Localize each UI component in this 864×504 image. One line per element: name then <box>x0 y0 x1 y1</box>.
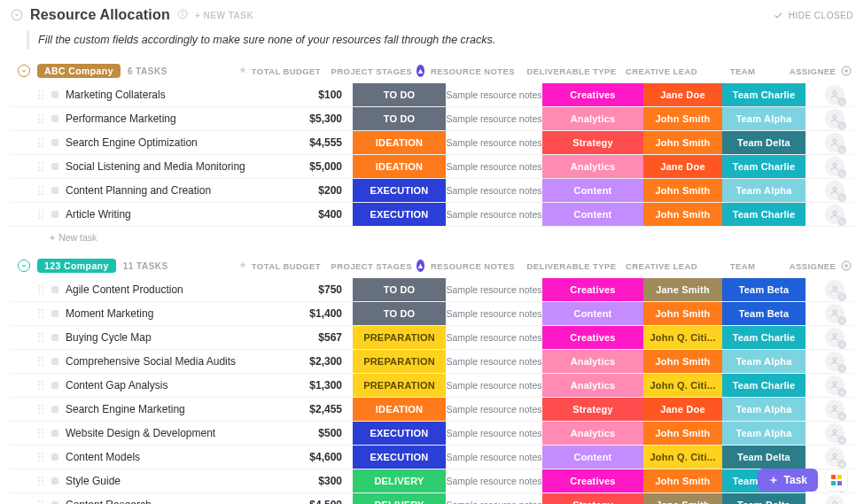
col-deliverable-type[interactable]: DELIVERABLE TYPE <box>521 261 622 271</box>
task-name[interactable]: Buying Cycle Map <box>66 331 152 344</box>
resource-notes[interactable]: Sample resource notes <box>447 380 542 391</box>
collapse-chevron-icon[interactable] <box>11 9 23 21</box>
col-total-budget[interactable]: TOTAL BUDGET <box>237 66 331 76</box>
add-column-button[interactable] <box>841 66 852 76</box>
stage-tag[interactable]: PREPARATION <box>353 350 446 373</box>
resource-notes[interactable]: Sample resource notes <box>447 476 542 486</box>
task-name[interactable]: Agile Content Production <box>66 283 183 296</box>
deliverable-tag[interactable]: Content <box>542 203 643 226</box>
stage-tag[interactable]: PREPARATION <box>353 326 446 349</box>
stage-tag[interactable]: EXECUTION <box>353 203 446 226</box>
task-row[interactable]: Content Gap Analysis $1,300 PREPARATION … <box>11 374 853 398</box>
stage-tag[interactable]: IDEATION <box>353 398 446 421</box>
drag-handle-icon[interactable] <box>37 209 44 220</box>
deliverable-tag[interactable]: Strategy <box>542 493 643 504</box>
task-row[interactable]: Performance Marketing $5,300 TO DO Sampl… <box>11 107 853 131</box>
creative-lead-tag[interactable]: John Smith <box>643 179 722 202</box>
task-name[interactable]: Moment Marketing <box>66 307 153 320</box>
status-dot-icon[interactable] <box>51 334 58 341</box>
resource-notes[interactable]: Sample resource notes <box>447 404 542 415</box>
group-collapse-toggle[interactable] <box>18 65 30 77</box>
assignee-avatar[interactable]: + <box>825 447 845 467</box>
task-row[interactable]: Content Models $4,600 EXECUTION Sample r… <box>11 446 853 469</box>
col-resource-notes[interactable]: RESOURCE NOTES <box>424 261 521 271</box>
team-tag[interactable]: Team Alpha <box>722 179 806 202</box>
drag-handle-icon[interactable] <box>37 404 44 415</box>
task-name[interactable]: Marketing Collaterals <box>66 89 166 101</box>
assignee-avatar[interactable]: + <box>825 205 845 224</box>
stage-tag[interactable]: EXECUTION <box>353 422 446 445</box>
stage-tag[interactable]: TO DO <box>353 107 446 130</box>
drag-handle-icon[interactable] <box>37 185 44 196</box>
apps-button[interactable] <box>825 469 848 492</box>
team-tag[interactable]: Team Charlie <box>722 374 806 397</box>
budget-value[interactable]: $5,000 <box>309 160 342 173</box>
stage-tag[interactable]: TO DO <box>353 83 446 106</box>
assignee-avatar[interactable]: + <box>825 495 845 504</box>
task-row[interactable]: Social Listening and Media Monitoring $5… <box>11 155 853 179</box>
status-dot-icon[interactable] <box>51 430 58 437</box>
assignee-avatar[interactable]: + <box>825 376 845 395</box>
new-task-fab[interactable]: Task <box>758 469 818 492</box>
task-row[interactable]: Comprehensive Social Media Audits $2,300… <box>11 350 853 374</box>
col-resource-notes[interactable]: RESOURCE NOTES <box>424 66 521 76</box>
resource-notes[interactable]: Sample resource notes <box>447 428 542 438</box>
col-assignee[interactable]: ASSIGNEE <box>784 261 841 271</box>
stage-tag[interactable]: TO DO <box>353 302 446 325</box>
creative-lead-tag[interactable]: Jane Doe <box>643 155 722 178</box>
team-tag[interactable]: Team Charlie <box>722 155 806 178</box>
drag-handle-icon[interactable] <box>37 332 44 343</box>
budget-value[interactable]: $500 <box>318 427 342 439</box>
creative-lead-tag[interactable]: John Smith <box>643 469 722 492</box>
creative-lead-tag[interactable]: Jane Smith <box>643 493 722 504</box>
col-assignee[interactable]: ASSIGNEE <box>784 66 841 76</box>
deliverable-tag[interactable]: Strategy <box>542 398 643 421</box>
task-row[interactable]: Website Design & Development $500 EXECUT… <box>11 422 853 446</box>
assignee-avatar[interactable]: + <box>825 399 845 419</box>
hide-closed-toggle[interactable]: HIDE CLOSED <box>774 11 853 20</box>
deliverable-tag[interactable]: Analytics <box>542 107 643 130</box>
budget-value[interactable]: $5,300 <box>309 112 342 125</box>
stage-tag[interactable]: PREPARATION <box>353 374 446 397</box>
col-team[interactable]: TEAM <box>701 261 784 271</box>
deliverable-tag[interactable]: Creatives <box>542 83 643 106</box>
resource-notes[interactable]: Sample resource notes <box>447 332 542 343</box>
task-name[interactable]: Content Research <box>66 499 152 504</box>
deliverable-tag[interactable]: Content <box>542 302 643 325</box>
task-row[interactable]: Buying Cycle Map $567 PREPARATION Sample… <box>11 326 853 350</box>
status-dot-icon[interactable] <box>51 358 58 365</box>
resource-notes[interactable]: Sample resource notes <box>447 452 542 462</box>
team-tag[interactable]: Team Delta <box>722 446 806 469</box>
group-collapse-toggle[interactable] <box>18 260 30 272</box>
col-project-stages[interactable]: PROJECT STAGES ▲ <box>331 65 424 77</box>
stage-tag[interactable]: EXECUTION <box>353 446 446 469</box>
team-tag[interactable]: Team Charlie <box>722 326 806 349</box>
creative-lead-tag[interactable]: John Smith <box>643 302 722 325</box>
deliverable-tag[interactable]: Content <box>542 446 643 469</box>
deliverable-tag[interactable]: Creatives <box>542 278 643 301</box>
task-row[interactable]: Moment Marketing $1,400 TO DO Sample res… <box>11 302 853 326</box>
stage-tag[interactable]: DELIVERY <box>353 469 446 492</box>
add-column-button[interactable] <box>841 260 852 271</box>
new-task-button[interactable]: + NEW TASK <box>195 11 253 20</box>
status-dot-icon[interactable] <box>51 406 58 413</box>
drag-handle-icon[interactable] <box>37 284 44 295</box>
drag-handle-icon[interactable] <box>37 380 44 391</box>
resource-notes[interactable]: Sample resource notes <box>447 356 542 367</box>
drag-handle-icon[interactable] <box>37 308 44 319</box>
creative-lead-tag[interactable]: Jane Smith <box>643 278 722 301</box>
task-name[interactable]: Search Engine Optimization <box>66 136 198 149</box>
resource-notes[interactable]: Sample resource notes <box>447 209 542 220</box>
creative-lead-tag[interactable]: John Smith <box>643 203 722 226</box>
status-dot-icon[interactable] <box>51 115 58 122</box>
task-row[interactable]: Search Engine Optimization $4,555 IDEATI… <box>11 131 853 155</box>
budget-value[interactable]: $100 <box>318 89 342 101</box>
task-name[interactable]: Style Guide <box>66 475 121 487</box>
budget-value[interactable]: $1,300 <box>309 379 342 392</box>
info-icon[interactable] <box>177 9 188 22</box>
team-tag[interactable]: Team Alpha <box>722 350 806 373</box>
status-dot-icon[interactable] <box>51 211 58 218</box>
stage-tag[interactable]: IDEATION <box>353 155 446 178</box>
task-name[interactable]: Content Gap Analysis <box>66 379 167 392</box>
drag-handle-icon[interactable] <box>37 356 44 367</box>
